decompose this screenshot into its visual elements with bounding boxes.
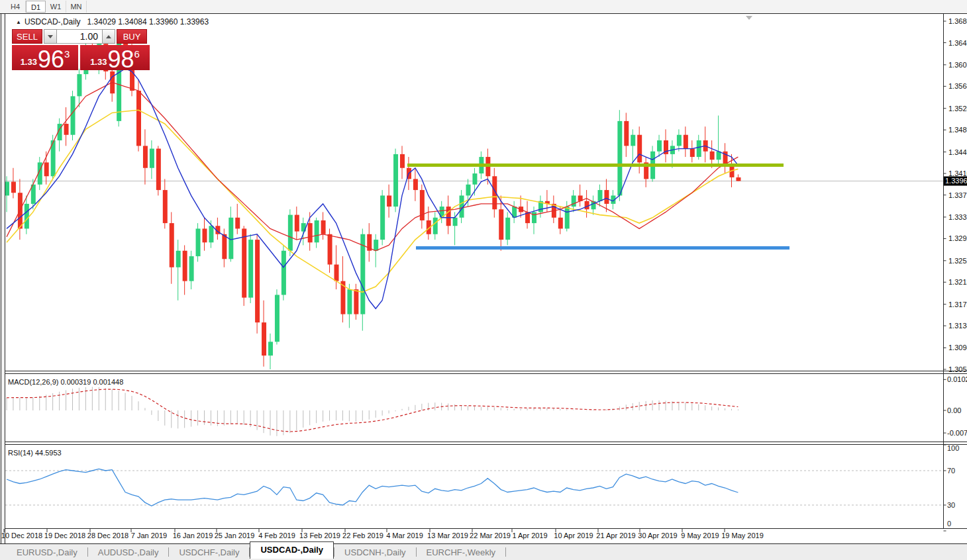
candle [374,240,378,251]
svg-text:1 Apr 2019: 1 Apr 2019 [512,532,547,539]
macd-signal-line [7,389,738,432]
timeframe-d1-button[interactable]: D1 [26,1,46,13]
rsi-panel: RSI(14) 44.595310070300 [5,444,959,531]
tab-usdchf-daily[interactable]: USDCHF-,Daily [169,545,249,559]
candle [505,218,510,240]
candle [255,240,260,322]
candle [631,135,635,146]
candle [110,71,115,93]
ask-price-prefix: 1.33 [90,57,107,67]
volume-decrease-button[interactable] [44,29,57,44]
rsi-line [7,469,738,506]
svg-text:19 May 2019: 19 May 2019 [721,532,764,539]
collapse-arrow-icon[interactable]: ▲ [16,19,21,25]
rsi-label: RSI(14) 44.5953 [8,449,62,457]
candle [460,195,464,217]
svg-text:19 Dec 2018: 19 Dec 2018 [44,532,85,539]
candle [453,218,458,226]
trade-controls-row: SELL 1.00 BUY [12,29,150,44]
svg-text:4 Mar 2019: 4 Mar 2019 [386,532,423,539]
candle [479,157,484,173]
candle [51,140,56,176]
candle [71,96,76,134]
candle [611,195,615,204]
candlestick-series [5,33,740,369]
bid-price-big-digits: 96 [38,50,64,70]
svg-text:28 Dec 2018: 28 Dec 2018 [87,532,128,539]
candle [25,204,29,229]
candle [684,135,688,149]
volume-increase-button[interactable] [102,29,115,44]
svg-text:1.30940: 1.30940 [948,344,967,351]
candle [552,204,556,218]
candle [650,152,655,179]
sell-button[interactable]: SELL [12,29,42,44]
trading-terminal: 1.368601.364701.360701.356801.352801.348… [0,0,967,560]
tab-audusd-daily[interactable]: AUDUSD-,Daily [88,545,169,559]
svg-text:25 Jan 2019: 25 Jan 2019 [215,532,255,539]
macd-label: MACD(12,26,9) 0.000319 0.001448 [8,378,123,386]
candle [657,140,662,152]
candle [295,215,299,232]
candle [624,121,629,146]
svg-text:7 Jan 2019: 7 Jan 2019 [131,532,167,539]
candle [427,220,431,234]
candle [248,240,253,298]
timeframe-mn-button[interactable]: MN [66,1,87,13]
svg-text:1.33710: 1.33710 [948,191,967,199]
svg-text:10 Apr 2019: 10 Apr 2019 [554,532,593,539]
candle [585,201,589,210]
ask-price-big-digits: 98 [107,50,134,70]
candle [229,218,233,259]
candle [730,165,735,177]
candle [44,162,49,176]
buy-button[interactable]: BUY [117,29,147,44]
candle [288,215,293,251]
price-axis: 1.368601.364701.360701.356801.352801.348… [944,17,967,373]
current-price-tag [944,176,967,185]
svg-text:16 Jan 2019: 16 Jan 2019 [173,532,213,539]
candle [677,135,682,146]
candle [617,121,622,196]
svg-text:22 Feb 2019: 22 Feb 2019 [342,532,383,539]
tab-eurchf-weekly[interactable]: EURCHF-,Weekly [417,545,506,559]
ask-price-panel[interactable]: 1.33 98 6 [80,45,150,70]
candle [38,162,42,184]
candle [393,154,398,207]
candle [413,179,418,190]
candle [572,195,576,207]
tab-usdcad-daily[interactable]: USDCAD-,Daily [250,541,334,559]
candle [400,154,405,168]
tab-eurusd-daily[interactable]: EURUSD-,Daily [7,545,87,559]
svg-text:1.31730: 1.31730 [948,301,967,308]
candle [591,201,596,210]
candle [723,152,728,165]
candle [466,185,471,196]
candle [492,176,497,209]
svg-text:70: 70 [947,467,955,475]
svg-text:1.35280: 1.35280 [948,105,967,113]
candle [558,218,563,229]
timeframe-w1-button[interactable]: W1 [46,1,66,13]
svg-text:1.36860: 1.36860 [948,17,967,25]
bid-price-panel[interactable]: 1.33 96 3 [12,45,78,70]
candle [472,173,477,185]
chart-background [5,14,967,543]
candle [407,168,411,179]
candle [196,228,201,256]
chart-shift-marker-icon[interactable] [746,16,752,20]
timeframe-h4-button[interactable]: H4 [5,1,26,13]
candle [485,157,490,176]
candle [387,195,391,207]
svg-text:22 Mar 2019: 22 Mar 2019 [470,532,511,539]
svg-text:0.0102295: 0.0102295 [947,375,967,383]
svg-text:1.31340: 1.31340 [948,322,967,330]
volume-input[interactable]: 1.00 [57,29,102,44]
date-axis[interactable]: 10 Dec 201819 Dec 201828 Dec 20187 Jan 2… [1,529,764,539]
tab-usdcnh-daily[interactable]: USDCNH-,Daily [334,545,415,559]
one-click-trading-panel: SELL 1.00 BUY 1.33 96 3 1.33 98 6 [12,29,150,70]
candle [717,152,721,160]
candle [670,146,675,154]
bid-price-prefix: 1.33 [21,57,37,67]
bid-price-pip-digit: 3 [64,48,70,60]
